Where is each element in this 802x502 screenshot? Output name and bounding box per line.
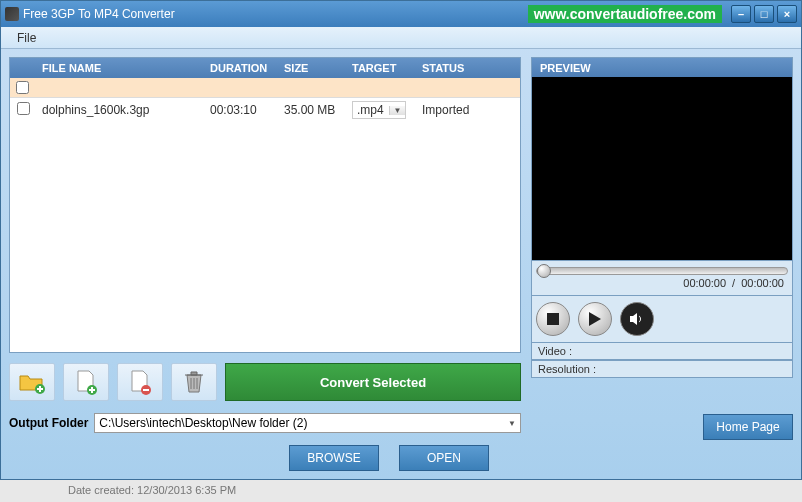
- output-label: Output Folder: [9, 416, 88, 430]
- table-body: dolphins_1600k.3gp 00:03:10 35.00 MB .mp…: [10, 98, 520, 352]
- col-header-target[interactable]: TARGET: [346, 62, 416, 74]
- right-pane: PREVIEW 00:00:00 / 00:00:00: [531, 57, 793, 471]
- seek-slider-wrap: 00:00:00 / 00:00:00: [531, 261, 793, 296]
- col-header-size[interactable]: SIZE: [278, 62, 346, 74]
- cell-size: 35.00 MB: [278, 103, 346, 117]
- trash-icon: [183, 369, 205, 395]
- action-row: BROWSE OPEN: [9, 445, 521, 471]
- svg-rect-3: [547, 313, 559, 325]
- file-table: FILE NAME DURATION SIZE TARGET STATUS do…: [9, 57, 521, 353]
- convert-button[interactable]: Convert Selected: [225, 363, 521, 401]
- minimize-button[interactable]: –: [731, 5, 751, 23]
- add-file-button[interactable]: [63, 363, 109, 401]
- preview-header: PREVIEW: [531, 57, 793, 77]
- resolution-info: Resolution :: [531, 360, 793, 378]
- home-page-button[interactable]: Home Page: [703, 414, 793, 440]
- left-pane: FILE NAME DURATION SIZE TARGET STATUS do…: [9, 57, 521, 471]
- folder-add-icon: [18, 370, 46, 394]
- seek-slider[interactable]: [536, 267, 788, 275]
- row-checkbox[interactable]: [17, 102, 30, 115]
- file-remove-icon: [129, 369, 151, 395]
- time-total: 00:00:00: [741, 277, 784, 289]
- output-folder-dropdown[interactable]: C:\Users\intech\Desktop\New folder (2) ▼: [94, 413, 521, 433]
- remove-file-button[interactable]: [117, 363, 163, 401]
- chevron-down-icon[interactable]: ▼: [389, 106, 405, 115]
- maximize-button[interactable]: □: [754, 5, 774, 23]
- table-header: FILE NAME DURATION SIZE TARGET STATUS: [10, 58, 520, 78]
- col-header-duration[interactable]: DURATION: [204, 62, 278, 74]
- footer-date: Date created: 12/30/2013 6:35 PM: [0, 480, 802, 496]
- time-current: 00:00:00: [683, 277, 726, 289]
- menubar: File: [1, 27, 801, 49]
- promo-link[interactable]: www.convertaudiofree.com: [528, 5, 722, 23]
- play-button[interactable]: [578, 302, 612, 336]
- output-folder-row: Output Folder C:\Users\intech\Desktop\Ne…: [9, 413, 521, 433]
- menu-file[interactable]: File: [9, 29, 44, 47]
- stop-button[interactable]: [536, 302, 570, 336]
- select-all-row: [10, 78, 520, 98]
- add-folder-button[interactable]: [9, 363, 55, 401]
- seek-thumb[interactable]: [537, 264, 551, 278]
- cell-status: Imported: [416, 103, 520, 117]
- file-add-icon: [75, 369, 97, 395]
- target-select[interactable]: .mp4 ▼: [352, 101, 406, 119]
- col-header-name[interactable]: FILE NAME: [36, 62, 204, 74]
- client-area: FILE NAME DURATION SIZE TARGET STATUS do…: [1, 49, 801, 479]
- app-icon: [5, 7, 19, 21]
- toolbar: Convert Selected: [9, 363, 521, 401]
- cell-duration: 00:03:10: [204, 103, 278, 117]
- chevron-down-icon: ▼: [508, 419, 516, 428]
- titlebar: Free 3GP To MP4 Converter www.convertaud…: [1, 1, 801, 27]
- speaker-icon: [630, 313, 644, 325]
- play-icon: [589, 312, 601, 326]
- preview-video: [531, 77, 793, 261]
- window-title: Free 3GP To MP4 Converter: [23, 7, 528, 21]
- playback-controls: [531, 296, 793, 343]
- select-all-checkbox[interactable]: [16, 81, 29, 94]
- open-button[interactable]: OPEN: [399, 445, 489, 471]
- mute-button[interactable]: [620, 302, 654, 336]
- col-header-status[interactable]: STATUS: [416, 62, 520, 74]
- delete-button[interactable]: [171, 363, 217, 401]
- table-row[interactable]: dolphins_1600k.3gp 00:03:10 35.00 MB .mp…: [10, 98, 520, 122]
- time-display: 00:00:00 / 00:00:00: [536, 275, 788, 293]
- target-value: .mp4: [353, 103, 389, 117]
- time-sep: /: [726, 277, 741, 289]
- cell-filename: dolphins_1600k.3gp: [36, 103, 204, 117]
- browse-button[interactable]: BROWSE: [289, 445, 379, 471]
- output-path: C:\Users\intech\Desktop\New folder (2): [99, 416, 307, 430]
- stop-icon: [547, 313, 559, 325]
- video-info: Video :: [531, 343, 793, 360]
- app-window: Free 3GP To MP4 Converter www.convertaud…: [0, 0, 802, 480]
- close-button[interactable]: ×: [777, 5, 797, 23]
